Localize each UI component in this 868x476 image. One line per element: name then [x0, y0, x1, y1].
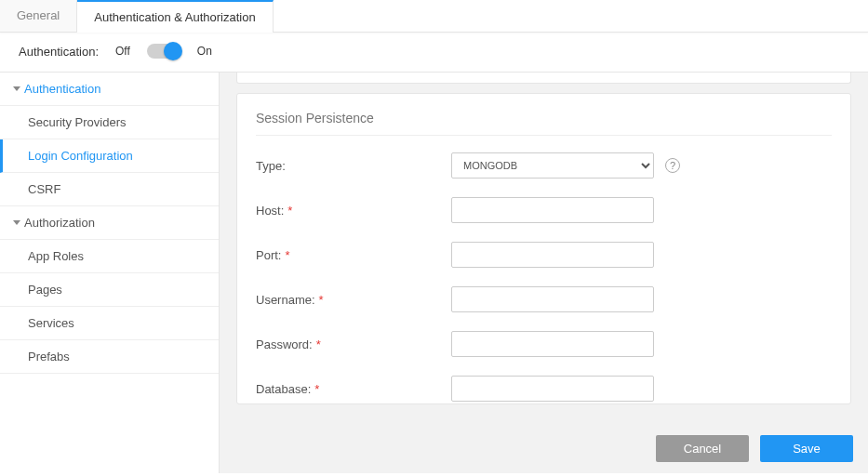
- help-icon[interactable]: ?: [665, 158, 680, 173]
- toggle-off-label: Off: [115, 45, 130, 58]
- nav-app-roles[interactable]: App Roles: [0, 240, 219, 273]
- session-persistence-panel: Session Persistence Type: MONGODB ? Host…: [236, 93, 851, 404]
- port-input[interactable]: [451, 242, 654, 268]
- chevron-down-icon: [13, 86, 20, 91]
- nav-services[interactable]: Services: [0, 307, 219, 340]
- section-authorization-label: Authorization: [24, 216, 95, 230]
- cancel-button[interactable]: Cancel: [656, 435, 749, 462]
- database-input[interactable]: [451, 376, 654, 402]
- footer-buttons: Cancel Save: [656, 435, 853, 462]
- host-input[interactable]: [451, 197, 654, 223]
- section-authentication[interactable]: Authentication: [0, 73, 219, 106]
- nav-login-configuration[interactable]: Login Configuration: [0, 139, 219, 173]
- auth-toggle[interactable]: [147, 44, 180, 59]
- sidebar: Authentication Security Providers Login …: [0, 73, 220, 473]
- content-area: Session Persistence Type: MONGODB ? Host…: [220, 73, 868, 473]
- save-button[interactable]: Save: [760, 435, 853, 462]
- chevron-down-icon: [13, 220, 20, 225]
- panel-title: Session Persistence: [256, 111, 832, 136]
- nav-security-providers[interactable]: Security Providers: [0, 106, 219, 139]
- label-password: Password:*: [256, 337, 451, 351]
- username-input[interactable]: [451, 286, 654, 312]
- section-authentication-label: Authentication: [24, 82, 100, 96]
- tab-auth-authz[interactable]: Authentication & Authorization: [77, 0, 273, 33]
- auth-toggle-row: Authentication: Off On: [0, 33, 868, 73]
- toggle-knob: [164, 42, 182, 60]
- label-database: Database:*: [256, 382, 451, 396]
- tab-general[interactable]: General: [0, 0, 77, 32]
- label-type: Type:: [256, 159, 451, 173]
- label-username: Username:*: [256, 293, 451, 307]
- password-input[interactable]: [451, 331, 654, 357]
- label-host: Host:*: [256, 204, 451, 218]
- toggle-on-label: On: [197, 45, 212, 58]
- nav-pages[interactable]: Pages: [0, 273, 219, 307]
- label-port: Port:*: [256, 248, 451, 262]
- tab-bar: General Authentication & Authorization: [0, 0, 868, 33]
- nav-prefabs[interactable]: Prefabs: [0, 340, 219, 374]
- section-authorization[interactable]: Authorization: [0, 206, 219, 240]
- nav-csrf[interactable]: CSRF: [0, 173, 219, 206]
- type-select[interactable]: MONGODB: [451, 152, 654, 178]
- auth-label: Authentication:: [19, 45, 99, 59]
- prev-panel-edge: [236, 73, 851, 84]
